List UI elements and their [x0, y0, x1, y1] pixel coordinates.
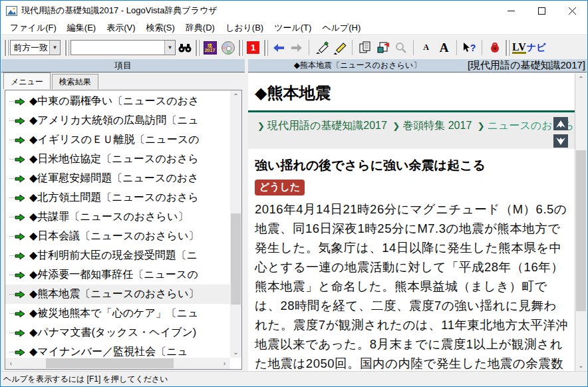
- menu-dictionary[interactable]: 辞典(D): [180, 22, 220, 34]
- breadcrumb-bar: ❯現代用語の基礎知識2017 ❯巻頭特集 2017 ❯ニュースのおさらい: [248, 110, 575, 149]
- list-item-label: ◆甘利明前大臣の現金授受問題〔ニ: [29, 249, 198, 263]
- content-vertical-scrollbar[interactable]: ⌃ ⌄: [575, 73, 587, 371]
- zoom-button-disabled[interactable]: [392, 39, 410, 57]
- scrollbar-thumb[interactable]: [231, 213, 241, 305]
- green-arrow-icon: [15, 213, 25, 221]
- list-item[interactable]: ◆中東の覇権争い〔ニュースのおさ: [5, 92, 230, 111]
- lv-navi-button[interactable]: LV ナビ: [512, 42, 545, 54]
- list-item-label: ◆アメリカ大統領の広島訪問〔ニュ: [29, 114, 199, 128]
- tab-menu[interactable]: メニュー: [3, 72, 51, 89]
- list-item[interactable]: ◆パナマ文書(タックス・ヘイブン): [5, 323, 230, 342]
- menu-tools[interactable]: ツール(T): [269, 22, 317, 34]
- breadcrumb-link-special[interactable]: 巻頭特集 2017: [402, 120, 472, 131]
- green-arrow-icon: [15, 310, 25, 318]
- red-1-icon: 1: [247, 41, 259, 54]
- context-help-button[interactable]: ?: [460, 39, 478, 57]
- list-item[interactable]: ◆甘利明前大臣の現金授受問題〔ニ: [5, 246, 230, 265]
- content-panel: ◆熊本地震〔ニュースのおさらい〕 [現代用語の基礎知識2017] ◆熊本地震 ❯…: [248, 59, 587, 372]
- search-input[interactable]: ▼: [71, 40, 176, 55]
- cd-rom-button[interactable]: [219, 39, 237, 57]
- search-button[interactable]: [176, 39, 194, 57]
- list-item[interactable]: ◆イギリスのＥＵ離脱〔ニュースの: [5, 130, 230, 150]
- scroll-right-icon[interactable]: ›: [219, 358, 230, 369]
- green-arrow-icon: [15, 271, 25, 279]
- marker-button[interactable]: [313, 39, 331, 57]
- list-vertical-scrollbar[interactable]: ⌃ ⌄: [230, 90, 241, 358]
- prev-entry-button[interactable]: [553, 117, 568, 130]
- toolbar-grip[interactable]: [505, 40, 510, 56]
- list-item-label: ◆従軍慰安婦問題〔ニュースのおさ: [29, 172, 199, 186]
- left-tabstrip: メニュー 検索結果: [1, 72, 245, 89]
- font-smaller-button[interactable]: A: [417, 39, 435, 57]
- menu-edit[interactable]: 編集(E): [62, 22, 101, 34]
- toolbar-separator: [482, 40, 482, 55]
- green-arrow-icon: [15, 348, 25, 356]
- forward-button[interactable]: [287, 39, 305, 57]
- font-larger-button[interactable]: A: [435, 39, 453, 57]
- small-a-icon: A: [423, 43, 429, 53]
- green-arrow-icon: [15, 98, 25, 106]
- security-button[interactable]: [486, 39, 504, 57]
- toolbar-grip[interactable]: [195, 40, 200, 56]
- back-button[interactable]: [269, 39, 287, 57]
- chevron-down-icon[interactable]: ▼: [49, 41, 60, 55]
- menu-file[interactable]: ファイル(F): [5, 22, 62, 34]
- menu-help[interactable]: ヘルプ(H): [317, 22, 366, 34]
- chevron-down-icon[interactable]: ▼: [164, 41, 175, 55]
- scroll-left-icon[interactable]: ‹: [5, 358, 17, 369]
- article-text: 2016年4月14日21時26分にマグニチュード（M）6.5の地震、同16日深夜…: [255, 199, 569, 371]
- toolbar-grip[interactable]: [263, 40, 268, 56]
- breadcrumb-chevron-icon: ❯: [392, 121, 400, 131]
- list-item[interactable]: ◆被災地熊本で「心のケア」〔ニュ: [5, 304, 230, 323]
- dictionary-button[interactable]: 現 2017: [201, 39, 219, 57]
- green-arrow-icon: [15, 233, 25, 241]
- maximize-button[interactable]: [526, 1, 557, 21]
- list-item[interactable]: ◆従軍慰安婦問題〔ニュースのおさ: [5, 169, 230, 188]
- list-item-selected[interactable]: ◆熊本地震〔ニュースのおさらい〕: [5, 285, 230, 304]
- list-item-label: ◆マイナンバー／監視社会〔ニュ: [29, 345, 188, 358]
- capture-button[interactable]: [374, 39, 392, 57]
- list-item-label: ◆舛添要一都知事辞任〔ニュースの: [29, 268, 198, 282]
- menu-view[interactable]: 表示(V): [101, 22, 140, 34]
- toolbar-grip[interactable]: [4, 40, 9, 56]
- pencil-button[interactable]: [331, 39, 349, 57]
- copy-pages-icon: [359, 41, 372, 55]
- list-item[interactable]: ◆アメリカ大統領の広島訪問〔ニュ: [5, 111, 230, 130]
- close-button[interactable]: [557, 1, 587, 21]
- list-item[interactable]: ◆共謀罪〔ニュースのおさらい〕: [5, 207, 230, 227]
- scrollbar-thumb[interactable]: [46, 358, 174, 368]
- list-item-label: ◆被災地熊本で「心のケア」〔ニュ: [29, 307, 199, 321]
- toolbar-separator: [456, 40, 457, 55]
- window-1-button[interactable]: 1: [244, 39, 262, 57]
- scroll-down-icon[interactable]: ⌄: [575, 360, 587, 371]
- navi-label: ナビ: [527, 42, 546, 54]
- scroll-up-icon[interactable]: ⌃: [575, 73, 587, 84]
- list-item[interactable]: ◆日米地位協定〔ニュースのおさら: [5, 150, 230, 169]
- toolbar-separator: [413, 40, 414, 55]
- toolbar-grip[interactable]: [65, 40, 69, 56]
- menu-bookmark[interactable]: しおり(B): [220, 22, 269, 34]
- scrollbar-thumb[interactable]: [576, 150, 586, 311]
- list-item[interactable]: ◆マイナンバー／監視社会〔ニュ: [5, 342, 230, 358]
- magnifier-icon: [395, 42, 407, 54]
- list-item[interactable]: ◆舛添要一都知事辞任〔ニュースの: [5, 265, 230, 285]
- next-entry-button[interactable]: [553, 134, 568, 148]
- tree-leader: [9, 352, 14, 352]
- scroll-down-icon[interactable]: ⌄: [230, 346, 241, 358]
- tree-leader: [9, 197, 14, 198]
- copy-button[interactable]: [356, 39, 374, 57]
- toolbar-grip[interactable]: [238, 40, 243, 56]
- forward-arrow-icon: [291, 43, 303, 53]
- minimize-button[interactable]: [496, 1, 526, 21]
- scroll-up-icon[interactable]: ⌃: [230, 90, 241, 102]
- status-text: ヘルプを表示するには [F1] を押してください: [3, 374, 168, 385]
- search-mode-value: 前方一致: [11, 42, 49, 54]
- search-mode-select[interactable]: 前方一致 ▼: [10, 40, 61, 55]
- list-item[interactable]: ◆北方領土問題〔ニュースのおさら: [5, 188, 230, 207]
- list-horizontal-scrollbar[interactable]: ‹ ›: [5, 358, 230, 369]
- list-item[interactable]: ◆日本会議〔ニュースのおさらい〕: [5, 227, 230, 246]
- menu-search[interactable]: 検索(S): [141, 22, 180, 34]
- item-list-panel: 項目 メニュー 検索結果 ◆中東の覇権争い〔ニュースのおさ ◆アメリカ大統領の広…: [1, 59, 245, 372]
- breadcrumb-link-dictionary[interactable]: 現代用語の基礎知識2017: [267, 120, 387, 131]
- tab-search-results[interactable]: 検索結果: [52, 74, 98, 89]
